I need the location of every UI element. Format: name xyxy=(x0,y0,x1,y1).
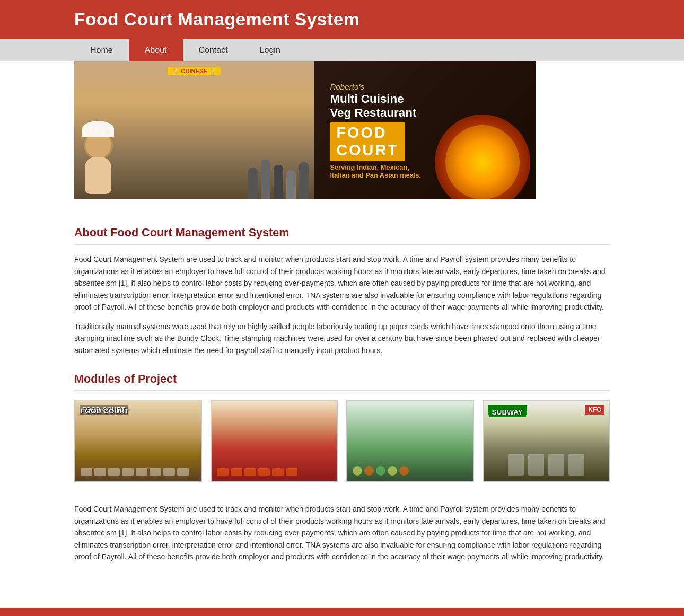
header: Food Court Management System xyxy=(0,0,684,39)
module-image-4: SUBWAY KFC xyxy=(483,400,610,482)
hero-brand: Roberto's xyxy=(330,82,525,91)
hero-serving-text: Serving Indian, Mexican,Italian and Pan … xyxy=(330,163,525,179)
people-silhouettes xyxy=(248,160,309,199)
about-paragraph-1: Food Court Management System are used to… xyxy=(74,253,610,313)
mascot xyxy=(80,130,117,199)
hero-food-court-badge: FOODCOURT xyxy=(330,122,405,161)
site-title: Food Court Management System xyxy=(74,10,610,30)
hero-banner: 🍴 CHINESE 🍴 Roberto's Multi Cuisine Veg … xyxy=(74,61,536,199)
modules-grid: FOOD COURT xyxy=(74,400,610,482)
modules-section-title: Modules of Project xyxy=(74,372,610,391)
food-court-scene: 🍴 CHINESE 🍴 xyxy=(74,61,314,199)
bottom-paragraph: Food Court Management System are used to… xyxy=(74,503,610,563)
hero-left-panel: 🍴 CHINESE 🍴 xyxy=(74,61,314,199)
hero-cuisine-line1: Multi Cuisine xyxy=(330,92,525,106)
bottom-text-section: Food Court Management System are used to… xyxy=(74,498,610,563)
food-court-sign: 🍴 CHINESE 🍴 xyxy=(74,66,314,75)
about-paragraph-2: Traditionally manual systems were used t… xyxy=(74,321,610,357)
module-image-1: FOOD COURT xyxy=(74,400,202,482)
about-section-title: About Food Court Management System xyxy=(74,226,610,245)
navbar: Home About Contact Login xyxy=(0,39,684,61)
nav-login[interactable]: Login xyxy=(244,39,296,61)
module-image-3 xyxy=(346,400,474,482)
hero-right-panel: Roberto's Multi Cuisine Veg Restaurant F… xyxy=(314,61,536,199)
nav-home[interactable]: Home xyxy=(74,39,129,61)
module-image-2 xyxy=(211,400,338,482)
nav-about[interactable]: About xyxy=(129,39,183,61)
modules-section: Modules of Project FOOD COURT xyxy=(74,372,610,482)
nav-contact[interactable]: Contact xyxy=(183,39,244,61)
footer: Copyright © 2017 - All Rights Reserved -… xyxy=(0,608,684,616)
main-content: About Food Court Management System Food … xyxy=(0,199,684,586)
about-section: About Food Court Management System Food … xyxy=(74,226,610,356)
hero-cuisine-line2: Veg Restaurant xyxy=(330,106,525,120)
